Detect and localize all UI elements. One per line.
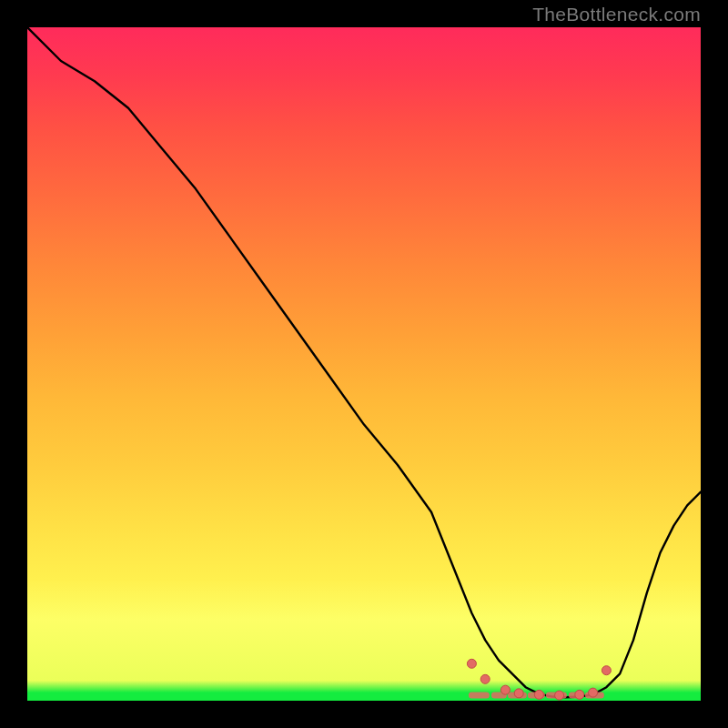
marker-dot (514, 689, 523, 698)
marker-dot (589, 688, 598, 697)
marker-dot (555, 691, 564, 700)
bottleneck-curve-svg (27, 27, 701, 701)
marker-dot (575, 690, 584, 699)
plot-area (27, 27, 701, 701)
marker-dot (480, 674, 490, 683)
marker-dot (602, 666, 611, 675)
marker-dot (534, 690, 543, 699)
bottleneck-curve-path (27, 27, 701, 697)
chart-frame: TheBottleneck.com (0, 0, 728, 728)
watermark-text: TheBottleneck.com (532, 4, 701, 25)
marker-dot (500, 685, 510, 694)
marker-dot (467, 659, 476, 668)
